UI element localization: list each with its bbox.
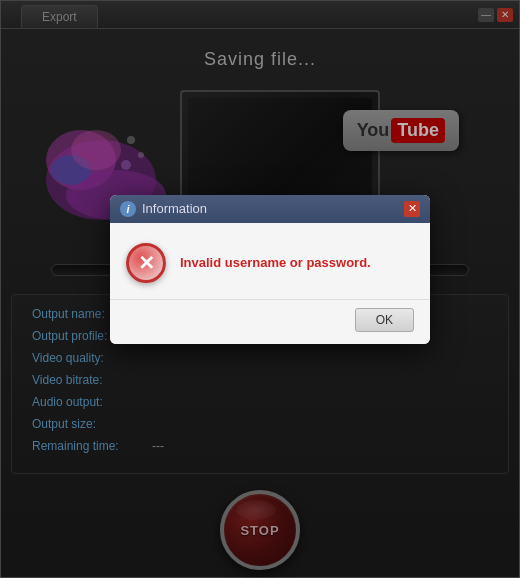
dialog-footer: OK [110, 299, 430, 344]
dialog-info-icon: i [120, 201, 136, 217]
error-x-symbol: ✕ [138, 253, 155, 273]
dialog-body: ✕ Invalid username or password. [110, 223, 430, 299]
error-message: Invalid username or password. [180, 255, 371, 270]
information-dialog: i Information ✕ ✕ Invalid username or pa… [110, 195, 430, 344]
modal-overlay: i Information ✕ ✕ Invalid username or pa… [1, 1, 519, 577]
dialog-title-left: i Information [120, 201, 207, 217]
main-window: Export — ✕ Saving file... [0, 0, 520, 578]
dialog-title-text: Information [142, 201, 207, 216]
error-icon: ✕ [126, 243, 166, 283]
dialog-titlebar: i Information ✕ [110, 195, 430, 223]
ok-button[interactable]: OK [355, 308, 414, 332]
dialog-close-button[interactable]: ✕ [404, 201, 420, 217]
